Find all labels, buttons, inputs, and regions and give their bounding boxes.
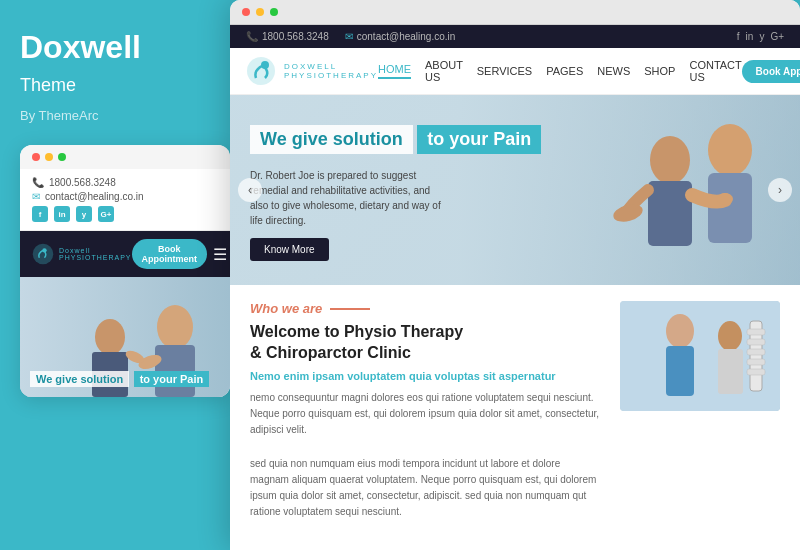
svg-point-4 — [157, 305, 193, 349]
svg-point-22 — [718, 321, 742, 351]
svg-rect-28 — [747, 359, 765, 365]
desktop-email: ✉ contact@healing.co.in — [345, 31, 456, 42]
topbar-facebook-icon[interactable]: f — [737, 31, 740, 42]
about-image-area — [620, 301, 780, 534]
left-panel: Doxwell Theme By ThemeArc 📞 1800.568.324… — [0, 0, 230, 550]
desktop-topbar: 📞 1800.568.3248 ✉ contact@healing.co.in … — [230, 25, 800, 48]
win-maximize-dot — [270, 8, 278, 16]
about-image-svg — [620, 301, 780, 411]
svg-rect-16 — [648, 181, 692, 246]
card-chrome — [20, 145, 230, 169]
nav-about[interactable]: ABOUT US — [425, 59, 463, 83]
googleplus-icon[interactable]: G+ — [98, 206, 114, 222]
topbar-phone-icon: 📞 — [246, 31, 258, 42]
mobile-logo: Doxwell PHYSIOTHERAPY — [32, 243, 132, 265]
desktop-phone: 📞 1800.568.3248 — [246, 31, 329, 42]
about-content: Who we are Welcome to Physio Therapy& Ch… — [250, 301, 600, 534]
topbar-googleplus-icon[interactable]: G+ — [770, 31, 784, 42]
svg-rect-27 — [747, 349, 765, 355]
window-chrome — [230, 0, 800, 25]
brand-sub: Theme — [20, 75, 210, 96]
hero-tag2: to your Pain — [417, 125, 541, 154]
facebook-icon[interactable]: f — [32, 206, 48, 222]
nav-shop[interactable]: SHOP — [644, 65, 675, 77]
svg-point-7 — [95, 319, 125, 355]
desktop-contact-info: 📞 1800.568.3248 ✉ contact@healing.co.in — [246, 31, 455, 42]
svg-point-18 — [717, 193, 733, 205]
know-more-button[interactable]: Know More — [250, 238, 329, 261]
topbar-twitter-icon[interactable]: y — [759, 31, 764, 42]
hero-people-image — [550, 95, 800, 285]
topbar-email-icon: ✉ — [345, 31, 353, 42]
svg-point-13 — [708, 124, 752, 176]
svg-rect-29 — [747, 369, 765, 375]
twitter-icon[interactable]: y — [76, 206, 92, 222]
brand-title: Doxwell — [20, 30, 210, 65]
about-tag: Who we are — [250, 301, 600, 316]
mobile-preview-card: 📞 1800.568.3248 ✉ contact@healing.co.in … — [20, 145, 230, 397]
desktop-social: f in y G+ — [737, 31, 784, 42]
win-minimize-dot — [256, 8, 264, 16]
minimize-dot — [45, 153, 53, 161]
about-image — [620, 301, 780, 411]
svg-point-0 — [33, 244, 54, 265]
mobile-social-row: f in y G+ — [32, 206, 218, 222]
about-text-p1: nemo consequuntur magni dolores eos qui … — [250, 390, 600, 438]
phone-icon: 📞 — [32, 177, 44, 188]
hero-content: We give solution to your Pain Dr. Robert… — [250, 125, 541, 261]
mobile-contact-bar: 📞 1800.568.3248 ✉ contact@healing.co.in … — [20, 169, 230, 231]
linkedin-icon[interactable]: in — [54, 206, 70, 222]
hero-next-button[interactable]: › — [768, 178, 792, 202]
about-text-p2: sed quia non numquam eius modi tempora i… — [250, 456, 600, 520]
nav-home[interactable]: HOME — [378, 63, 411, 79]
svg-point-15 — [650, 136, 690, 184]
nav-pages[interactable]: PAGES — [546, 65, 583, 77]
hero-prev-button[interactable]: ‹ — [238, 178, 262, 202]
mobile-hero-overlay: We give solution to your Pain — [30, 369, 209, 387]
mobile-email-row: ✉ contact@healing.co.in — [32, 191, 218, 202]
nav-services[interactable]: SERVICES — [477, 65, 532, 77]
desktop-logo: Doxwell PHYSIOTHERAPY — [246, 56, 378, 86]
close-dot — [32, 153, 40, 161]
svg-rect-23 — [718, 349, 743, 394]
svg-rect-26 — [747, 339, 765, 345]
nav-news[interactable]: NEWS — [597, 65, 630, 77]
hamburger-icon[interactable]: ☰ — [213, 245, 227, 264]
desktop-navbar: Doxwell PHYSIOTHERAPY HOME ABOUT US SERV… — [230, 48, 800, 95]
about-subtitle: Nemo enim ipsam voluptatem quia voluptas… — [250, 370, 600, 382]
hero-description: Dr. Robert Joe is prepared to suggest re… — [250, 168, 450, 228]
svg-point-20 — [666, 314, 694, 348]
mobile-hero-section: We give solution to your Pain — [20, 277, 230, 397]
svg-point-1 — [42, 248, 46, 252]
hero-tag1: We give solution — [250, 125, 413, 154]
desktop-nav-links: HOME ABOUT US SERVICES PAGES NEWS SHOP C… — [378, 59, 742, 83]
by-line: By ThemeArc — [20, 108, 210, 123]
svg-rect-25 — [747, 329, 765, 335]
mobile-book-appointment-button[interactable]: Book Appointment — [132, 239, 208, 269]
desktop-preview-panel: 📞 1800.568.3248 ✉ contact@healing.co.in … — [230, 0, 800, 550]
win-close-dot — [242, 8, 250, 16]
nav-contact[interactable]: CONTACT US — [689, 59, 741, 83]
desktop-logo-icon — [246, 56, 276, 86]
desktop-about-section: Who we are Welcome to Physio Therapy& Ch… — [230, 285, 800, 550]
svg-point-10 — [247, 57, 275, 85]
maximize-dot — [58, 153, 66, 161]
desktop-book-appointment-button[interactable]: Book Appointment — [742, 60, 800, 83]
desktop-hero: We give solution to your Pain Dr. Robert… — [230, 95, 800, 285]
mobile-logo-icon — [32, 243, 54, 265]
email-icon: ✉ — [32, 191, 40, 202]
mobile-phone-row: 📞 1800.568.3248 — [32, 177, 218, 188]
mobile-navbar: Doxwell PHYSIOTHERAPY Book Appointment ☰ — [20, 231, 230, 277]
about-title: Welcome to Physio Therapy& Chiroparctor … — [250, 322, 600, 364]
svg-point-11 — [261, 61, 269, 69]
topbar-linkedin-icon[interactable]: in — [746, 31, 754, 42]
svg-rect-21 — [666, 346, 694, 396]
